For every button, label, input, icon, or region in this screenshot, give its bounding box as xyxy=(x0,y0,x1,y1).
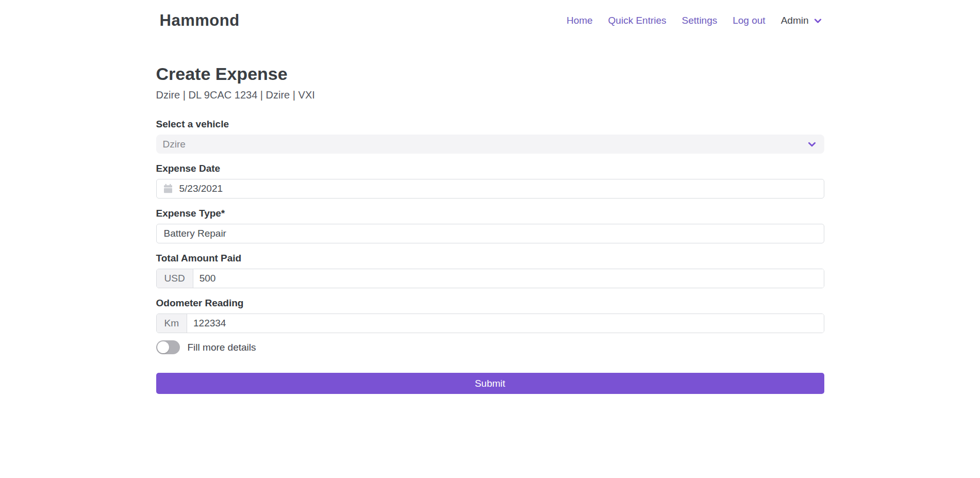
chevron-down-icon xyxy=(813,17,822,25)
vehicle-summary: Dzire | DL 9CAC 1234 | Dzire | VXI xyxy=(156,89,824,101)
toggle-knob xyxy=(157,341,169,353)
vehicle-select[interactable]: Dzire xyxy=(156,135,824,154)
admin-menu-label: Admin xyxy=(781,15,809,26)
expense-type-input[interactable] xyxy=(163,224,818,243)
total-amount-group: USD xyxy=(156,269,824,288)
expense-date-input[interactable] xyxy=(178,179,818,198)
nav-link-home[interactable]: Home xyxy=(567,15,593,26)
nav-link-quick-entries[interactable]: Quick Entries xyxy=(608,15,667,26)
expense-type-field-wrap xyxy=(156,224,824,243)
vehicle-select-value: Dzire xyxy=(163,139,186,150)
expense-type-label: Expense Type* xyxy=(156,208,824,219)
calendar-icon xyxy=(163,184,173,194)
admin-user-menu[interactable]: Admin xyxy=(781,15,822,26)
page-title: Create Expense xyxy=(156,64,824,84)
nav-link-logout[interactable]: Log out xyxy=(733,15,765,26)
nav-link-settings[interactable]: Settings xyxy=(682,15,718,26)
submit-button[interactable]: Submit xyxy=(156,373,824,394)
app-header: Hammond Home Quick Entries Settings Log … xyxy=(0,0,980,38)
odometer-input[interactable] xyxy=(187,314,824,333)
main-content: Create Expense Dzire | DL 9CAC 1234 | Dz… xyxy=(156,64,824,394)
odometer-label: Odometer Reading xyxy=(156,298,824,309)
fill-more-details-label: Fill more details xyxy=(188,342,256,353)
total-amount-label: Total Amount Paid xyxy=(156,253,824,264)
currency-prefix: USD xyxy=(157,269,193,288)
fill-more-details-toggle[interactable] xyxy=(156,340,180,354)
chevron-down-icon xyxy=(807,140,817,149)
expense-date-field-wrap xyxy=(156,179,824,199)
create-expense-form: Select a vehicle Dzire Expense Date Expe… xyxy=(156,119,824,394)
odometer-group: Km xyxy=(156,314,824,333)
brand-logo[interactable]: Hammond xyxy=(156,11,240,30)
main-nav: Home Quick Entries Settings Log out Admi… xyxy=(567,15,824,26)
vehicle-select-label: Select a vehicle xyxy=(156,119,824,130)
unit-prefix: Km xyxy=(157,314,188,333)
expense-date-label: Expense Date xyxy=(156,163,824,174)
fill-more-details-row: Fill more details xyxy=(156,340,824,354)
total-amount-input[interactable] xyxy=(193,269,824,288)
